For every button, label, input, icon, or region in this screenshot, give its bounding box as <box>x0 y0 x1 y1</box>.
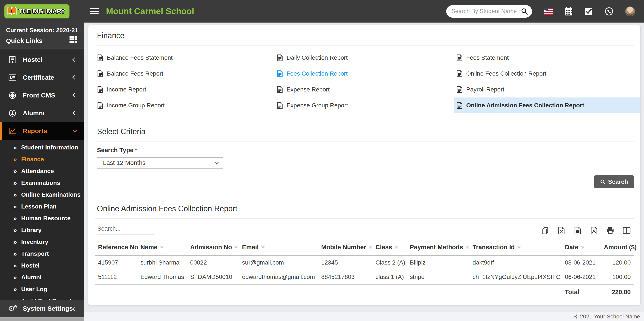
link-expense-group-report[interactable]: Expense Group Report <box>274 98 454 113</box>
double-chevron-icon: » <box>13 262 17 269</box>
tasks-icon[interactable] <box>584 7 593 16</box>
cell-admission-no: STDAMD50010 <box>187 270 239 284</box>
sort-icon[interactable] <box>517 246 521 249</box>
sort-icon[interactable] <box>581 246 584 249</box>
table-search-input[interactable] <box>97 224 154 234</box>
link-label: Balance Fees Report <box>107 70 163 77</box>
excel-icon[interactable] <box>558 227 565 234</box>
quick-links-grid-icon[interactable] <box>70 36 77 43</box>
col-transaction-id[interactable]: Transaction Id <box>470 239 562 255</box>
col-email[interactable]: Email <box>239 239 318 255</box>
sidebar-item-label: Hostel <box>23 56 42 63</box>
sort-icon[interactable] <box>466 246 469 249</box>
table-row[interactable]: 415907 surbhi Sharma 00022 sur@gmail.com… <box>95 255 634 270</box>
submenu-item-human-resource[interactable]: »Human Resource <box>0 212 84 224</box>
sidebar-item-front-cms[interactable]: Front CMS <box>0 86 84 104</box>
cell-payment-method: Billplz <box>407 255 470 270</box>
report-section: Online Admission Fees Collection Report <box>88 198 640 305</box>
col-payment-methods[interactable]: Payment Methods <box>407 239 470 255</box>
submenu-label: Inventory <box>21 238 48 245</box>
sidebar-item-hostel[interactable]: Hostel <box>0 51 84 69</box>
pdf-icon[interactable] <box>590 227 598 234</box>
building-icon <box>8 56 17 63</box>
student-search-input[interactable] <box>451 8 521 15</box>
col-reference-no[interactable]: Reference No <box>95 239 137 255</box>
link-daily-collection-report[interactable]: Daily Collection Report <box>274 50 454 66</box>
link-balance-fees-report[interactable]: Balance Fees Report <box>95 66 274 82</box>
logo-area[interactable]: THE DIGI DIARY <box>0 0 84 23</box>
search-type-select[interactable]: Last 12 Months <box>97 157 223 169</box>
sidebar-item-alumni[interactable]: Alumni <box>0 104 84 122</box>
columns-icon[interactable] <box>623 227 630 234</box>
submenu-item-user-log[interactable]: »User Log <box>0 283 84 295</box>
search-button[interactable]: Search <box>594 175 634 188</box>
submenu-item-attendance[interactable]: »Attendance <box>0 165 84 177</box>
submenu-label: Student Information <box>21 144 78 151</box>
submenu-item-lesson-plan[interactable]: »Lesson Plan <box>0 201 84 212</box>
us-flag-icon[interactable] <box>544 8 553 15</box>
link-expense-report[interactable]: Expense Report <box>274 82 454 98</box>
col-name[interactable]: Name <box>137 239 187 255</box>
submenu-item-alumni[interactable]: »Alumni <box>0 271 84 283</box>
copy-icon[interactable] <box>541 227 549 234</box>
cell-mobile-number: 12345 <box>318 255 372 270</box>
sidebar-item-label: Alumni <box>23 110 44 117</box>
cell-date: 03-06-2021 <box>562 255 600 270</box>
sidebar-item-certificate[interactable]: Certificate <box>0 69 84 86</box>
link-online-admission-fees-collection-report[interactable]: Online Admission Fees Collection Report <box>454 98 640 113</box>
double-chevron-icon: » <box>13 168 17 174</box>
menu-toggle-icon[interactable] <box>90 8 99 14</box>
table-toolbar <box>95 219 634 235</box>
sort-icon[interactable] <box>261 246 265 249</box>
submenu-item-finance[interactable]: »Finance <box>0 153 84 165</box>
file-text-icon[interactable] <box>574 227 582 234</box>
submenu-label: Examinations <box>21 179 60 186</box>
col-amount: Amount ($) <box>601 239 634 255</box>
cell-email: edwardthomas@gmail.com <box>239 270 318 284</box>
col-date[interactable]: Date <box>562 239 600 255</box>
link-fees-collection-report[interactable]: Fees Collection Report <box>274 66 454 82</box>
cell-reference-no: 511112 <box>95 270 137 284</box>
table-footer: Records: 1 to 2 of 2 ‹ 1 › <box>95 300 634 305</box>
sidebar-item-reports[interactable]: Reports <box>0 122 84 140</box>
search-type-value: Last 12 Months <box>103 159 215 166</box>
link-balance-fees-statement[interactable]: Balance Fees Statement <box>95 50 274 66</box>
double-chevron-icon: » <box>13 239 17 245</box>
submenu-item-hostel[interactable]: »Hostel <box>0 260 84 271</box>
link-online-fees-collection-report[interactable]: Online Fees Collection Report <box>454 66 634 82</box>
submenu-item-online-examinations[interactable]: »Online Examinations <box>0 189 84 201</box>
file-icon <box>98 70 103 77</box>
link-label: Income Group Report <box>107 102 164 109</box>
sidebar-item-system-settings[interactable]: ⚙⚙ System Settings <box>0 300 84 317</box>
col-admission-no[interactable]: Admission No <box>187 239 239 255</box>
sort-icon[interactable] <box>234 246 238 249</box>
sort-icon[interactable] <box>369 246 372 249</box>
submenu-item-transport[interactable]: »Transport <box>0 248 84 260</box>
student-search[interactable] <box>446 5 532 18</box>
col-class[interactable]: Class <box>372 239 406 255</box>
link-income-group-report[interactable]: Income Group Report <box>95 98 274 113</box>
link-income-report[interactable]: Income Report <box>95 82 274 98</box>
submenu-item-examinations[interactable]: »Examinations <box>0 177 84 189</box>
col-mobile-number[interactable]: Mobile Number <box>318 239 372 255</box>
table-search[interactable] <box>97 224 154 234</box>
quick-links-label: Quick Links <box>6 37 78 45</box>
user-avatar[interactable] <box>625 7 635 16</box>
link-fees-statement[interactable]: Fees Statement <box>454 50 634 66</box>
submenu-item-inventory[interactable]: »Inventory <box>0 236 84 248</box>
calendar-icon[interactable] <box>565 7 573 16</box>
table-row[interactable]: 511112 Edward Thomas STDAMD50010 edwardt… <box>95 270 634 284</box>
submenu-item-library[interactable]: »Library <box>0 224 84 236</box>
search-icon[interactable] <box>521 8 528 15</box>
report-title: Online Admission Fees Collection Report <box>95 198 634 219</box>
file-icon <box>277 102 283 109</box>
cell-transaction-id: ch_1IzNYgGufJyZiUEpuf4XSfFC <box>470 270 562 284</box>
export-toolbar <box>541 227 632 234</box>
whatsapp-icon[interactable] <box>604 7 614 16</box>
link-payroll-report[interactable]: Payroll Report <box>454 82 634 98</box>
submenu-label: Attendance <box>21 168 54 175</box>
print-icon[interactable] <box>606 227 614 234</box>
submenu-item-student-information[interactable]: »Student Information <box>0 142 84 153</box>
sort-icon[interactable] <box>160 246 164 249</box>
sort-icon[interactable] <box>395 246 398 249</box>
